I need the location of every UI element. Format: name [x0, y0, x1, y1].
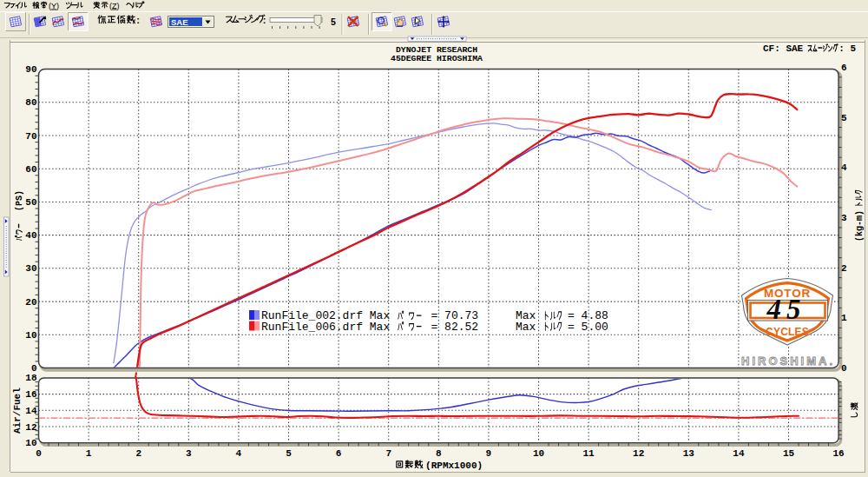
- svg-text:Max: Max: [516, 321, 536, 334]
- svg-text:5: 5: [331, 17, 336, 27]
- svg-text:10: 10: [25, 438, 36, 448]
- svg-text:HIROSHIMA.: HIROSHIMA.: [741, 354, 835, 368]
- svg-text:13: 13: [683, 448, 695, 459]
- svg-text:2: 2: [841, 263, 847, 274]
- svg-text:10: 10: [25, 330, 36, 341]
- svg-text:(PS): (PS): [15, 190, 24, 211]
- svg-text::: :: [263, 15, 266, 25]
- svg-text:10: 10: [533, 448, 544, 459]
- svg-text:1: 1: [841, 313, 847, 323]
- svg-text:: 5: : 5: [838, 43, 856, 54]
- svg-text:3: 3: [186, 448, 192, 459]
- svg-text:SAE: SAE: [171, 17, 188, 27]
- svg-text:20: 20: [25, 297, 36, 308]
- svg-text:14: 14: [733, 448, 745, 459]
- svg-text:45: 45: [766, 294, 806, 325]
- svg-text:0: 0: [31, 363, 37, 374]
- svg-text:7: 7: [385, 448, 391, 459]
- svg-text:15: 15: [783, 448, 795, 459]
- svg-text:= 82.52: = 82.52: [431, 321, 479, 334]
- svg-text:40: 40: [25, 230, 36, 241]
- svg-text:12: 12: [25, 422, 36, 433]
- svg-text:11: 11: [582, 448, 595, 459]
- svg-text:45DEGREE HIROSHIMA: 45DEGREE HIROSHIMA: [391, 54, 483, 63]
- svg-text:12: 12: [633, 448, 644, 459]
- svg-text:18: 18: [25, 373, 37, 383]
- svg-text:= 5.00: = 5.00: [568, 321, 608, 334]
- svg-text:(Z): (Z): [109, 2, 120, 10]
- svg-text:3: 3: [841, 213, 847, 223]
- svg-text:5: 5: [841, 113, 847, 123]
- svg-text:(RPMx1000): (RPMx1000): [425, 460, 483, 471]
- svg-text:90: 90: [25, 64, 36, 75]
- svg-text:80: 80: [25, 97, 36, 108]
- svg-text:70: 70: [25, 131, 36, 142]
- svg-text:0: 0: [841, 363, 847, 374]
- svg-text:8: 8: [436, 448, 442, 459]
- svg-text:0: 0: [36, 448, 42, 459]
- svg-text:14: 14: [25, 406, 37, 416]
- svg-text:CYCLES: CYCLES: [766, 326, 809, 338]
- svg-text:6: 6: [841, 63, 847, 73]
- svg-text:Air/Fuel: Air/Fuel: [12, 388, 23, 434]
- svg-text:4: 4: [841, 162, 847, 173]
- svg-text:2: 2: [135, 448, 141, 459]
- svg-text:5: 5: [286, 448, 292, 459]
- svg-text:RunFile_006.drf Max: RunFile_006.drf Max: [261, 321, 390, 334]
- svg-text:6: 6: [336, 448, 342, 459]
- svg-text:(kg-m): (kg-m): [855, 210, 865, 242]
- svg-text:9: 9: [486, 448, 492, 459]
- svg-text::: :: [136, 15, 140, 25]
- svg-text:CF: SAE: CF: SAE: [763, 43, 804, 54]
- svg-text:(Y): (Y): [49, 2, 59, 10]
- svg-text:16: 16: [832, 448, 844, 459]
- svg-text:30: 30: [25, 263, 36, 274]
- svg-text:1: 1: [86, 448, 92, 459]
- svg-text:16: 16: [25, 389, 36, 400]
- svg-text:4: 4: [236, 448, 242, 459]
- svg-text:60: 60: [25, 164, 36, 175]
- svg-text:50: 50: [25, 197, 36, 208]
